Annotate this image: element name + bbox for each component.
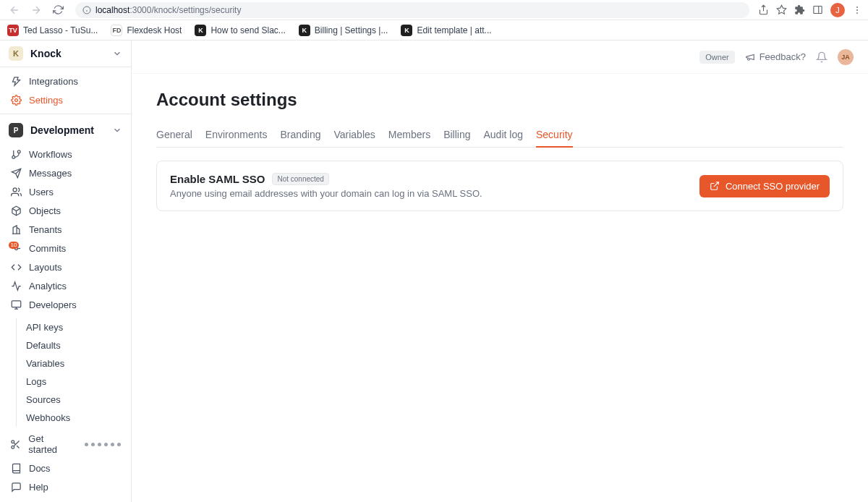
bookmark-item[interactable]: FDFlexdesk Host — [111, 25, 182, 36]
bookmark-item[interactable]: KEdit template | att... — [401, 25, 491, 36]
sso-status-pill: Not connected — [272, 173, 329, 185]
sidebar-item-messages[interactable]: Messages — [0, 163, 131, 182]
workflows-icon — [10, 148, 22, 160]
forward-button[interactable] — [27, 1, 45, 19]
sidebar-item-help[interactable]: Help — [0, 477, 131, 496]
bookmark-label: Flexdesk Host — [127, 25, 182, 35]
sidebar-item-label: Analytics — [29, 281, 67, 292]
sidebar-item-commits[interactable]: 10Commits — [0, 239, 131, 258]
chevron-down-icon — [112, 125, 122, 135]
svg-line-25 — [714, 182, 718, 187]
user-avatar[interactable]: JA — [838, 49, 854, 65]
sidebar-item-users[interactable]: Users — [0, 182, 131, 201]
svg-point-11 — [17, 150, 20, 153]
sidebar-item-label: Workflows — [29, 149, 72, 160]
sidebar-subitem[interactable]: Defaults — [0, 336, 131, 354]
bookmark-label: Billing | Settings |... — [315, 25, 388, 35]
back-button[interactable] — [6, 1, 23, 19]
sidebar-item-docs[interactable]: Docs — [0, 459, 131, 477]
svg-point-10 — [14, 98, 17, 101]
tab-environments[interactable]: Environments — [205, 123, 268, 148]
tenants-icon — [10, 224, 22, 235]
svg-rect-20 — [12, 300, 21, 307]
share-icon[interactable] — [758, 4, 769, 15]
feedback-button[interactable]: Feedback? — [745, 51, 806, 62]
reload-button[interactable] — [49, 1, 67, 19]
sidebar-subitem[interactable]: API keys — [0, 318, 131, 336]
sidebar-item-tenants[interactable]: Tenants — [0, 220, 131, 239]
environment-name: Development — [30, 124, 105, 136]
sidebar-item-label: Docs — [29, 463, 51, 474]
workspace-switcher[interactable]: K Knock — [0, 41, 131, 67]
bookmark-item[interactable]: TVTed Lasso - TuSu... — [7, 25, 98, 36]
settings-tabs: GeneralEnvironmentsBrandingVariablesMemb… — [156, 123, 843, 148]
sidebar-item-settings[interactable]: Settings — [0, 90, 131, 109]
panel-icon[interactable] — [812, 4, 823, 15]
sidebar-subitem[interactable]: Logs — [0, 373, 131, 391]
url-bar[interactable]: localhost:3000/knock/settings/security — [75, 2, 749, 18]
extensions-icon[interactable] — [794, 4, 805, 15]
workspace-badge: K — [9, 46, 23, 61]
sidebar-item-developers[interactable]: Developers — [0, 295, 131, 314]
sidebar-item-analytics[interactable]: Analytics — [0, 276, 131, 295]
star-icon[interactable] — [776, 4, 787, 15]
tab-security[interactable]: Security — [536, 123, 573, 148]
get-started-icon — [10, 438, 21, 450]
environment-switcher[interactable]: P Development — [0, 114, 131, 145]
info-icon — [82, 6, 91, 14]
topbar: Owner Feedback? JA — [132, 41, 868, 74]
sidebar-item-label: Commits — [29, 243, 66, 254]
kebab-icon[interactable] — [852, 5, 862, 15]
bookmark-label: Ted Lasso - TuSu... — [23, 25, 98, 35]
external-link-icon — [710, 181, 720, 191]
profile-avatar[interactable]: J — [830, 3, 845, 17]
sidebar-item-integrations[interactable]: Integrations — [0, 72, 131, 90]
sidebar-subitem[interactable]: Variables — [0, 354, 131, 373]
help-icon — [10, 481, 22, 493]
settings-icon — [10, 94, 22, 106]
tab-audit-log[interactable]: Audit log — [484, 123, 523, 148]
bookmark-item[interactable]: KHow to send Slac... — [195, 25, 285, 36]
sidebar-item-label: Help — [29, 482, 48, 493]
svg-point-15 — [13, 187, 17, 191]
sidebar-item-label: Integrations — [29, 76, 78, 87]
bookmark-label: How to send Slac... — [210, 25, 285, 35]
integrations-icon — [10, 75, 22, 87]
svg-point-23 — [12, 440, 14, 443]
users-icon — [10, 186, 22, 197]
tab-billing[interactable]: Billing — [443, 123, 470, 148]
sidebar-item-get-started[interactable]: Get started — [0, 430, 131, 459]
sidebar-item-label: Users — [29, 187, 54, 197]
role-badge: Owner — [699, 51, 734, 64]
page-title: Account settings — [156, 90, 843, 110]
docs-icon — [10, 462, 22, 474]
tab-general[interactable]: General — [156, 123, 192, 148]
layouts-icon — [10, 261, 22, 273]
connect-sso-button[interactable]: Connect SSO provider — [699, 175, 830, 197]
workspace-name: Knock — [30, 48, 105, 59]
feedback-label: Feedback? — [760, 51, 806, 62]
sidebar-subitem[interactable]: Webhooks — [0, 409, 131, 427]
tab-members[interactable]: Members — [388, 123, 430, 148]
notifications-button[interactable] — [816, 51, 827, 63]
sidebar-subitem[interactable]: Sources — [0, 391, 131, 409]
svg-point-24 — [12, 446, 14, 448]
developers-icon — [10, 299, 22, 310]
connect-sso-label: Connect SSO provider — [726, 181, 820, 192]
sidebar-item-objects[interactable]: Objects — [0, 201, 131, 220]
environment-badge: P — [9, 123, 23, 137]
tab-branding[interactable]: Branding — [280, 123, 320, 148]
tab-variables[interactable]: Variables — [333, 123, 375, 148]
svg-marker-4 — [777, 5, 786, 14]
sidebar-item-layouts[interactable]: Layouts — [0, 258, 131, 276]
favicon: TV — [7, 25, 19, 36]
chevron-down-icon — [112, 48, 122, 59]
favicon: FD — [111, 25, 122, 36]
favicon: K — [195, 25, 206, 36]
bookmark-label: Edit template | att... — [417, 25, 491, 35]
bookmark-item[interactable]: KBilling | Settings |... — [299, 25, 388, 36]
objects-icon — [10, 205, 22, 216]
sidebar-item-workflows[interactable]: Workflows — [0, 145, 131, 163]
sidebar-item-label: Get started — [28, 433, 73, 455]
svg-point-12 — [12, 156, 14, 158]
